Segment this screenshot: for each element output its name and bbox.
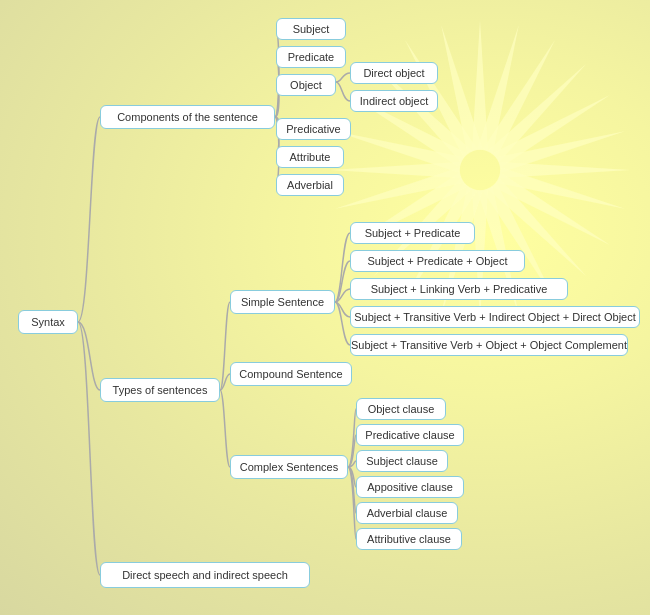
stvooc-node: Subject + Transitive Verb + Object + Obj…	[350, 334, 628, 356]
svg-marker-8	[493, 173, 614, 252]
svg-marker-3	[488, 58, 591, 161]
adverbial-clause-node: Adverbial clause	[356, 502, 458, 524]
svg-marker-19	[333, 123, 463, 172]
subject-clause-node: Subject clause	[356, 450, 448, 472]
svg-marker-5	[497, 123, 627, 172]
slvp-node: Subject + Linking Verb + Predicative	[350, 278, 568, 300]
svg-marker-23	[433, 23, 482, 153]
svg-marker-6	[500, 162, 630, 178]
components-node: Components of the sentence	[100, 105, 275, 129]
spo-node: Subject + Predicate + Object	[350, 250, 525, 272]
svg-marker-17	[333, 167, 463, 216]
adverbial-node: Adverbial	[276, 174, 344, 196]
svg-marker-1	[477, 23, 526, 153]
subject-node: Subject	[276, 18, 346, 40]
indirect-object-node: Indirect object	[350, 90, 438, 112]
svg-marker-18	[330, 162, 460, 178]
stvido-node: Subject + Transitive Verb + Indirect Obj…	[350, 306, 640, 328]
svg-marker-2	[483, 36, 562, 157]
compound-sentence-node: Compound Sentence	[230, 362, 352, 386]
types-node: Types of sentences	[100, 378, 220, 402]
attributive-clause-node: Attributive clause	[356, 528, 462, 550]
direct-object-node: Direct object	[350, 62, 438, 84]
appositive-clause-node: Appositive clause	[356, 476, 464, 498]
predicative-clause-node: Predicative clause	[356, 424, 464, 446]
object-clause-node: Object clause	[356, 398, 446, 420]
simple-sentence-node: Simple Sentence	[230, 290, 335, 314]
complex-sentences-node: Complex Sentences	[230, 455, 348, 479]
predicate-node: Predicate	[276, 46, 346, 68]
predicative-node: Predicative	[276, 118, 351, 140]
canvas: Syntax Components of the sentence Subjec…	[0, 0, 650, 615]
direct-indirect-speech-node: Direct speech and indirect speech	[100, 562, 310, 588]
sp-node: Subject + Predicate	[350, 222, 475, 244]
svg-marker-0	[472, 20, 488, 150]
svg-marker-7	[497, 167, 627, 216]
svg-marker-4	[493, 88, 614, 167]
object-node: Object	[276, 74, 336, 96]
attribute-node: Attribute	[276, 146, 344, 168]
syntax-node: Syntax	[18, 310, 78, 334]
